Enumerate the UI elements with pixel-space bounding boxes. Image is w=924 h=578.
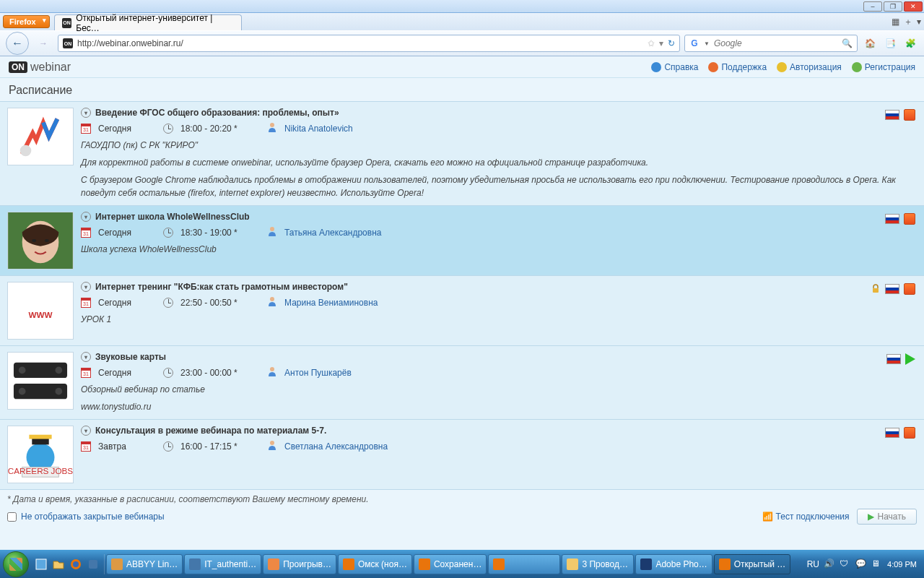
ql-app[interactable] xyxy=(85,554,101,574)
event-org: ГАОУДПО (пк) С РК "КРИРО" xyxy=(81,139,917,152)
taskbar-button[interactable]: ABBYY Lin… xyxy=(106,554,183,574)
help-icon xyxy=(651,62,661,72)
calendar-icon: 31 xyxy=(81,441,91,452)
forward-button[interactable]: → xyxy=(33,33,53,53)
expand-icon[interactable]: ▾ xyxy=(81,282,91,292)
hide-closed-checkbox[interactable]: Не отображать закрытые вебинары xyxy=(7,512,165,522)
status-badge-icon[interactable] xyxy=(904,109,915,121)
app-logo[interactable]: ON webinar xyxy=(9,61,71,74)
feed-icon[interactable]: ✩ xyxy=(648,38,655,48)
expand-icon[interactable]: ▾ xyxy=(81,426,91,436)
ql-firefox[interactable] xyxy=(68,554,84,574)
taskbar-button[interactable]: 3 Провод… xyxy=(562,554,634,574)
ql-explorer[interactable] xyxy=(51,554,66,574)
home-button[interactable]: 🏠 xyxy=(862,35,878,51)
event-title[interactable]: Введение ФГОС общего образования: пробле… xyxy=(95,108,339,118)
register-link[interactable]: Регистрация xyxy=(852,62,915,72)
event-row[interactable]: WWW▾Интернет тренинг "КФБ:как стать грам… xyxy=(0,275,924,345)
event-title[interactable]: Консультация в режиме вебинара по матери… xyxy=(95,426,326,436)
event-row[interactable]: ▾Интернет школа WholeWellnessClub31Сегод… xyxy=(0,205,924,275)
event-meta: 31Сегодня18:00 - 20:20 *Nikita Anatolevi… xyxy=(81,122,917,134)
search-dropdown-icon[interactable]: ▼ xyxy=(704,40,710,47)
event-host[interactable]: Антон Пушкарёв xyxy=(284,368,352,378)
expand-icon[interactable]: ▾ xyxy=(81,212,91,222)
tray-icon-3[interactable]: 💬 xyxy=(855,558,867,570)
tray-lang[interactable]: RU xyxy=(807,559,819,569)
taskbar-button[interactable]: Открытый … xyxy=(714,554,791,574)
event-title[interactable]: Звуковые карты xyxy=(95,352,166,362)
taskbar-button[interactable]: Проигрыв… xyxy=(263,554,336,574)
ql-show-desktop[interactable] xyxy=(33,554,49,574)
expand-icon[interactable]: ▾ xyxy=(81,108,91,118)
user-icon xyxy=(267,366,277,379)
event-row[interactable]: CAREERS JOBS▾Консультация в режиме вебин… xyxy=(0,419,924,489)
play-badge-icon[interactable] xyxy=(905,353,915,365)
tray-clock[interactable]: 4:09 PM xyxy=(887,560,917,569)
google-icon[interactable]: G xyxy=(689,38,699,48)
tray-icon-2[interactable]: 🛡 xyxy=(840,558,851,570)
user-icon xyxy=(267,226,277,238)
event-thumbnail[interactable]: WWW xyxy=(7,282,74,340)
status-badge-icon[interactable] xyxy=(904,427,915,439)
back-button[interactable]: ← xyxy=(6,32,29,55)
reload-icon[interactable]: ↻ xyxy=(668,38,675,48)
user-icon xyxy=(267,122,277,134)
firefox-menu-button[interactable]: Firefox xyxy=(3,15,50,28)
event-thumbnail[interactable] xyxy=(7,212,74,269)
expand-icon[interactable]: ▾ xyxy=(81,352,91,362)
browser-tab[interactable]: ON Открытый интернет-университет | Бес… xyxy=(54,14,242,30)
event-thumbnail[interactable] xyxy=(7,108,74,165)
support-link[interactable]: Поддержка xyxy=(708,62,767,72)
event-badges xyxy=(871,283,915,295)
event-thumbnail[interactable] xyxy=(7,352,74,410)
svg-point-6 xyxy=(45,239,49,242)
event-time: 22:50 - 00:50 * xyxy=(180,298,260,308)
event-host[interactable]: Марина Вениаминовна xyxy=(284,298,378,308)
new-tab-icon[interactable]: ＋ xyxy=(904,16,912,28)
tray-icon-4[interactable]: 🖥 xyxy=(871,558,883,570)
flag-ru-icon xyxy=(885,214,899,224)
event-host[interactable]: Татьяна Александровна xyxy=(284,228,381,238)
event-host[interactable]: Nikita Anatolevich xyxy=(284,124,353,134)
timezone-footnote: * Дата и время, указанные в расписании, … xyxy=(7,494,917,504)
tab-groups-icon[interactable]: ▦ xyxy=(892,17,899,27)
search-bar[interactable]: G ▼ 🔍 xyxy=(684,35,858,52)
app-header: ON webinar Справка Поддержка Авторизация… xyxy=(0,56,924,78)
start-button[interactable]: ▶ Начать xyxy=(857,509,918,525)
close-button[interactable]: ✕ xyxy=(904,1,923,12)
event-title[interactable]: Интернет тренинг "КФБ:как стать грамотны… xyxy=(95,282,348,292)
test-connection-link[interactable]: 📶 Тест подключения xyxy=(762,512,850,522)
list-tabs-icon[interactable]: ▾ xyxy=(917,17,921,27)
hide-closed-input[interactable] xyxy=(7,512,17,522)
svg-point-7 xyxy=(270,227,274,231)
help-link[interactable]: Справка xyxy=(651,62,698,72)
taskbar-button[interactable]: Омск (ноя… xyxy=(338,554,412,574)
taskbar-button[interactable]: IT_authenti… xyxy=(184,554,261,574)
event-title[interactable]: Интернет школа WholeWellnessClub xyxy=(95,212,250,222)
minimize-button[interactable]: – xyxy=(863,1,882,12)
maximize-button[interactable]: ❐ xyxy=(884,1,902,12)
login-link[interactable]: Авторизация xyxy=(777,62,842,72)
event-thumbnail[interactable]: CAREERS JOBS xyxy=(7,426,74,483)
bookmarks-button[interactable]: 📑 xyxy=(882,35,898,51)
taskbar-app-icon xyxy=(189,558,201,570)
url-bar[interactable]: ON ✩ ▾ ↻ xyxy=(58,35,680,52)
start-button-orb[interactable] xyxy=(3,551,29,577)
url-input[interactable] xyxy=(77,38,643,48)
search-input[interactable] xyxy=(714,38,837,48)
bookmark-dropdown-icon[interactable]: ▾ xyxy=(659,38,663,48)
taskbar-button[interactable]: Adobe Pho… xyxy=(635,554,712,574)
event-row[interactable]: ▾Введение ФГОС общего образования: пробл… xyxy=(0,101,924,205)
taskbar-button[interactable] xyxy=(488,554,560,574)
search-go-icon[interactable]: 🔍 xyxy=(842,38,853,48)
addon-button[interactable]: 🧩 xyxy=(902,35,918,51)
event-host[interactable]: Светлана Александровна xyxy=(284,441,388,452)
status-badge-icon[interactable] xyxy=(904,283,915,295)
tray-icon-1[interactable]: 🔊 xyxy=(824,558,835,570)
taskbar-button[interactable]: Сохранен… xyxy=(414,554,487,574)
status-badge-icon[interactable] xyxy=(904,213,915,225)
event-row[interactable]: ▾Звуковые карты31Сегодня23:00 - 00:00 *А… xyxy=(0,345,924,419)
svg-rect-0 xyxy=(8,108,73,165)
taskbar-label: Сохранен… xyxy=(434,559,481,569)
taskbar-app-icon xyxy=(640,558,652,570)
